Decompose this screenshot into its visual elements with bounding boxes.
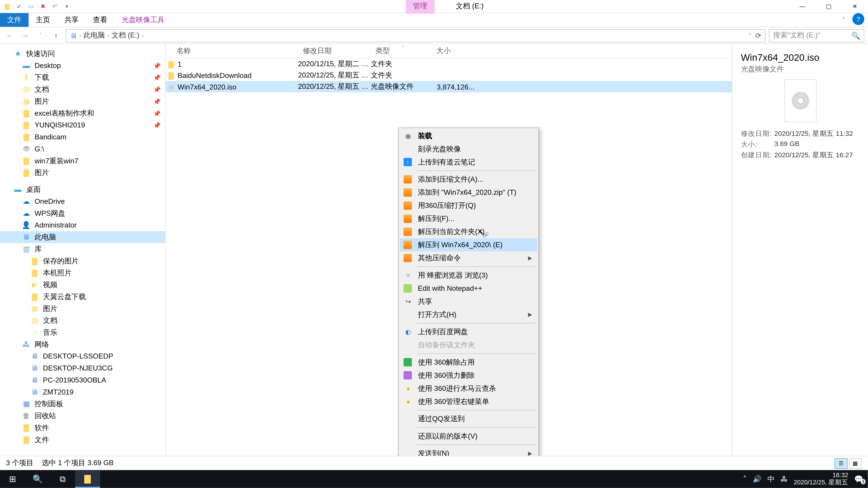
breadcrumb-current[interactable]: 文档 (E:) — [112, 30, 139, 40]
col-type[interactable]: 类型 — [371, 46, 432, 56]
ctx-360-trojan[interactable]: ●使用 360进行木马云查杀 — [400, 382, 537, 395]
tree-saved-pics[interactable]: ▇保存的图片 — [0, 255, 165, 267]
start-button[interactable]: ⊞ — [0, 470, 25, 488]
col-name[interactable]: 名称 — [166, 46, 298, 56]
taskbar-search-button[interactable]: 🔍 — [25, 470, 50, 488]
list-row[interactable]: ▇ BaiduNetdiskDownload 2020/12/25, 星期五 1… — [166, 70, 732, 81]
task-view-button[interactable]: ⧉ — [50, 470, 75, 488]
col-size[interactable]: 大小 — [432, 46, 479, 56]
tree-yunqishi[interactable]: ▇YUNQISHI2019📌 — [0, 119, 165, 131]
ribbon-tab-disc-tools[interactable]: 光盘映像工具 — [114, 13, 172, 27]
nav-up-button[interactable]: ↑ — [50, 30, 62, 41]
tree-pc4[interactable]: 🖥ZMT2019 — [0, 386, 165, 398]
ctx-open-360zip[interactable]: 用360压缩打开(Q) — [400, 199, 537, 212]
tree-thispc[interactable]: 🖥此电脑 — [0, 231, 165, 243]
qat-delete-icon[interactable]: ✖ — [38, 2, 48, 11]
tree-desktop[interactable]: ▬Desktop📌 — [0, 60, 165, 72]
breadcrumb-sep-icon[interactable]: › — [142, 33, 144, 38]
qat-dropdown-icon[interactable]: ▾ — [62, 2, 71, 11]
ribbon-tab-home[interactable]: 主页 — [29, 13, 57, 27]
qat-new-icon[interactable]: ▭ — [26, 2, 36, 11]
tree-videos[interactable]: ▶视频 — [0, 279, 165, 291]
navigation-tree[interactable]: ★快速访问 ▬Desktop📌 ⬇下载📌 ▤文档📌 ▦图片📌 ▇excel表格制… — [0, 44, 166, 456]
taskbar-clock[interactable]: 16:32 2020/12/25, 星期五 — [794, 472, 848, 486]
volume-icon[interactable]: 🔊 — [753, 475, 762, 483]
tree-gdrive[interactable]: ⛃G:\ — [0, 143, 165, 155]
breadcrumb-root[interactable]: 此电脑 — [84, 30, 105, 40]
ctx-youdao[interactable]: ↑上传到有道云笔记 — [400, 156, 537, 168]
ctx-notepadpp[interactable]: Edit with Notepad++ — [400, 282, 537, 295]
search-icon[interactable]: 🔍 — [851, 31, 860, 39]
ctx-extract-here[interactable]: 解压到当前文件夹(X) — [400, 225, 537, 238]
ctx-bee-browser[interactable]: ✳用 蜂蜜浏览器 浏览(3) — [400, 269, 537, 282]
ctx-open-with[interactable]: 打开方式(H)▶ — [400, 308, 537, 321]
tree-wps[interactable]: ☁WPS网盘 — [0, 207, 165, 219]
tree-excel-folder[interactable]: ▇excel表格制作求和📌 — [0, 107, 165, 119]
ribbon-tab-share[interactable]: 共享 — [57, 13, 86, 27]
breadcrumb-sep-icon[interactable]: › — [79, 33, 81, 38]
col-date[interactable]: 修改日期 — [298, 46, 371, 56]
ribbon-tab-view[interactable]: 查看 — [86, 13, 115, 27]
maximize-button[interactable]: ▢ — [815, 0, 842, 13]
network-icon[interactable]: 🖧 — [780, 475, 788, 483]
context-tab-manage[interactable]: 管理 — [406, 0, 434, 14]
ctx-extract-to[interactable]: 解压到(F)... — [400, 212, 537, 225]
tree-quick-access[interactable]: ★快速访问 — [0, 48, 165, 60]
ctx-burn[interactable]: 刻录光盘映像 — [400, 142, 537, 156]
qat-undo-icon[interactable]: ↶ — [50, 2, 60, 11]
list-row-selected[interactable]: ◉ Win7x64_2020.iso 2020/12/25, 星期五 1... … — [166, 81, 732, 92]
tree-tianyi[interactable]: ▇天翼云盘下载 — [0, 291, 165, 303]
ctx-other-zip[interactable]: 其他压缩命令▶ — [400, 252, 537, 265]
tree-documents[interactable]: ▤文档📌 — [0, 84, 165, 95]
ribbon-tab-file[interactable]: 文件 — [0, 13, 29, 27]
address-bar[interactable]: 🖥 › 此电脑 › 文档 (E:) › ˅ ⟳ — [66, 29, 765, 42]
ctx-qq-send[interactable]: 通过QQ发送到 — [400, 412, 537, 425]
ctx-share[interactable]: ↪共享 — [400, 295, 537, 308]
ctx-360-manage-menu[interactable]: ●使用 360管理右键菜单 — [400, 395, 537, 408]
ctx-add-zip[interactable]: 添加到 "Win7x64_2020.zip" (T) — [400, 186, 537, 199]
ctx-extract-named[interactable]: 解压到 Win7x64_2020\ (E) — [400, 238, 537, 252]
list-row[interactable]: ▇ 1 2020/12/15, 星期二 1... 文件夹 — [166, 58, 732, 70]
help-icon[interactable]: ? — [852, 13, 864, 25]
minimize-button[interactable]: — — [789, 0, 815, 13]
tree-local-pics[interactable]: ▇本机照片 — [0, 267, 165, 279]
tree-downloads[interactable]: ⬇下载📌 — [0, 71, 165, 84]
tray-expand-icon[interactable]: ˄ — [743, 475, 747, 483]
view-icons-button[interactable]: ▦ — [849, 458, 862, 468]
ime-indicator[interactable]: 中 — [767, 474, 775, 484]
ctx-360-force-delete[interactable]: 使用 360强力删除 — [400, 369, 537, 382]
tree-pc1[interactable]: 🖥DESKTOP-LSSOEDP — [0, 350, 165, 362]
ctx-360-unlock[interactable]: 使用 360解除占用 — [400, 356, 537, 369]
ctx-mount[interactable]: ◉装载 — [400, 129, 537, 142]
tree-pc2[interactable]: 🖥DESKTOP-NJEU3CG — [0, 362, 165, 374]
nav-back-button[interactable]: ← — [4, 30, 16, 41]
tree-network[interactable]: 🖧网络 — [0, 338, 165, 350]
ctx-baidu[interactable]: ◐上传到百度网盘 — [400, 325, 537, 338]
ribbon-collapse-icon[interactable]: ˄ — [835, 13, 852, 27]
tree-control-panel[interactable]: ▦控制面板 — [0, 398, 165, 410]
tree-onedrive[interactable]: ☁OneDrive — [0, 195, 165, 207]
close-button[interactable]: ✕ — [842, 0, 868, 13]
tree-recycle[interactable]: 🗑回收站 — [0, 410, 165, 422]
search-input[interactable]: 搜索"文档 (E:)" 🔍 — [769, 29, 864, 42]
ctx-add-archive[interactable]: 添加到压缩文件(A)... — [400, 173, 537, 186]
tree-software[interactable]: ▇软件 — [0, 422, 165, 434]
tree-pics-lib[interactable]: ▦图片 — [0, 303, 165, 315]
tree-bandicam[interactable]: ▇Bandicam — [0, 131, 165, 143]
tree-pc3[interactable]: 🖥PC-20190530OBLA — [0, 374, 165, 386]
tree-win7reinstall[interactable]: ▇win7重装win7 — [0, 155, 165, 167]
nav-recent-dropdown[interactable]: ˅ — [35, 30, 46, 41]
refresh-button[interactable]: ⟳ — [755, 31, 761, 39]
breadcrumb-sep-icon[interactable]: › — [107, 33, 109, 38]
action-center-icon[interactable]: 💬3 — [854, 475, 863, 483]
tree-files[interactable]: ▇文件 — [0, 434, 165, 446]
qat-properties-icon[interactable]: ✔ — [14, 2, 24, 11]
taskbar-explorer-button[interactable]: ▇ — [75, 470, 100, 488]
ctx-restore-previous[interactable]: 还原以前的版本(V) — [400, 429, 537, 443]
ctx-send-to[interactable]: 发送到(N)▶ — [400, 447, 537, 456]
tree-docs-lib[interactable]: ▤文档 — [0, 315, 165, 326]
view-details-button[interactable]: ☰ — [835, 458, 848, 468]
tree-desktop-root[interactable]: ▬桌面 — [0, 184, 165, 195]
tree-admin[interactable]: 👤Administrator — [0, 219, 165, 231]
tree-music-lib[interactable]: ♪音乐 — [0, 326, 165, 338]
